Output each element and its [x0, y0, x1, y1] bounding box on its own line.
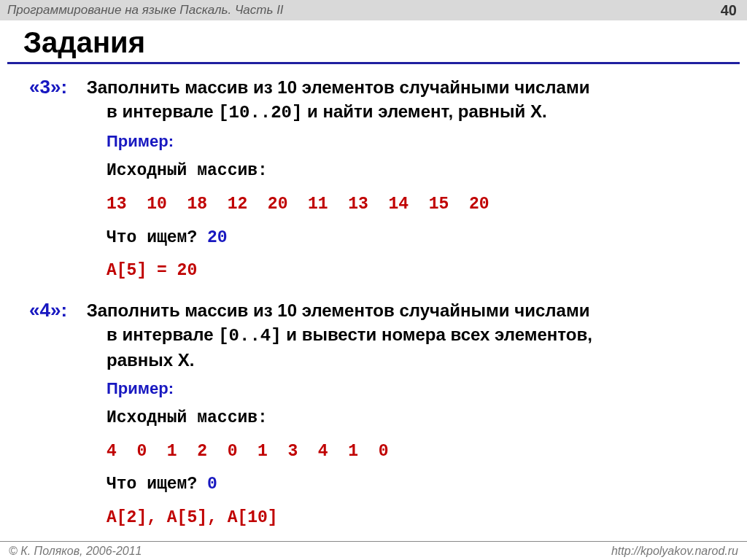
array-values: 13 10 18 12 20 11 13 14 15 20	[107, 192, 725, 218]
task-block: «3»: Заполнить массив из 10 элементов сл…	[29, 74, 725, 284]
search-value: 20	[207, 228, 228, 247]
task-heading: «3»: Заполнить массив из 10 элементов сл…	[29, 74, 725, 125]
example-label: Пример:	[107, 132, 725, 151]
task-desc-line: в интервале [10..20] и найти элемент, ра…	[107, 100, 725, 125]
slide-footer: © К. Поляков, 2006-2011 http://kpolyakov…	[0, 541, 747, 560]
array-values: 4 0 1 2 0 1 3 4 1 0	[107, 439, 725, 465]
slide-header: Программирование на языке Паскаль. Часть…	[0, 0, 747, 20]
task-desc-line: Заполнить массив из 10 элементов случайн…	[87, 300, 590, 320]
search-prompt: Что ищем? 0	[107, 472, 725, 498]
page-title: Задания	[23, 26, 747, 59]
copyright: © К. Поляков, 2006-2011	[9, 545, 142, 558]
task-desc-line: в интервале [0..4] и вывести номера всех…	[107, 323, 725, 348]
task-desc-line: равных X.	[107, 349, 725, 372]
search-value: 0	[207, 475, 217, 494]
interval-literal: [0..4]	[218, 326, 281, 346]
source-array-label: Исходный массив:	[107, 158, 725, 184]
task-desc-line: Заполнить массив из 10 элементов случайн…	[87, 77, 590, 97]
result-line: A[5] = 20	[107, 258, 725, 284]
page-number: 40	[721, 2, 737, 19]
task-heading: «4»: Заполнить массив из 10 элементов сл…	[29, 298, 725, 372]
content-area: «3»: Заполнить массив из 10 элементов сл…	[0, 74, 747, 531]
interval-literal: [10..20]	[218, 103, 302, 122]
title-underline	[7, 62, 740, 64]
search-prompt: Что ищем? 20	[107, 225, 725, 252]
task-block: «4»: Заполнить массив из 10 элементов сл…	[29, 298, 725, 531]
grade-label: «3»:	[29, 76, 67, 98]
grade-label: «4»:	[29, 299, 67, 321]
footer-url: http://kpolyakov.narod.ru	[611, 545, 738, 558]
source-array-label: Исходный массив:	[107, 405, 725, 432]
course-title: Программирование на языке Паскаль. Часть…	[7, 3, 284, 18]
example-label: Пример:	[107, 379, 725, 398]
result-line: A[2], A[5], A[10]	[107, 505, 725, 532]
